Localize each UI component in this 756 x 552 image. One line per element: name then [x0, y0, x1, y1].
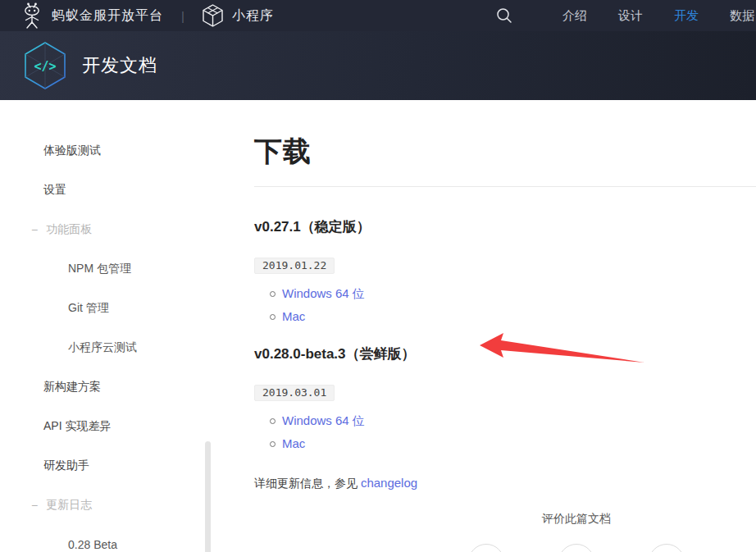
changelog-note: 详细更新信息，参见 changelog	[254, 475, 756, 491]
changelog-link[interactable]: changelog	[361, 476, 417, 490]
sidebar-item-npm[interactable]: NPM 包管理	[0, 249, 246, 289]
logo-divider: |	[181, 9, 184, 23]
brand-name[interactable]: 蚂蚁金服开放平台	[52, 7, 163, 25]
title-divider	[254, 186, 756, 187]
sidebar-group-feature-panel[interactable]: −功能面板	[0, 210, 246, 249]
collapse-minus-icon[interactable]: −	[31, 223, 38, 236]
feedback-title: 评价此篇文档	[254, 512, 756, 527]
rating-row	[254, 544, 756, 552]
top-navigation-bar: 蚂蚁金服开放平台 | 小程序 介绍 设计 开发	[0, 0, 756, 31]
nav-item-develop[interactable]: 开发	[674, 8, 699, 24]
list-item: Windows 64 位	[254, 285, 756, 302]
download-link-windows[interactable]: Windows 64 位	[282, 413, 365, 427]
sidebar-item-new-build[interactable]: 新构建方案	[0, 367, 246, 407]
main-content: 下载 v0.27.1（稳定版） 2019.01.22 Windows 64 位 …	[254, 100, 756, 552]
miniprogram-hexagon-icon[interactable]	[201, 3, 225, 28]
list-item: Mac	[254, 308, 756, 325]
nav-item-data[interactable]: 数据	[730, 8, 754, 24]
release-date-badge: 2019.03.01	[254, 385, 335, 401]
sidebar-scrollbar[interactable]	[205, 441, 211, 552]
ant-logo-icon[interactable]	[20, 1, 44, 30]
sidebar-item-cloud-test[interactable]: 小程序云测试	[0, 328, 246, 367]
version-heading-beta: v0.28.0-beta.3（尝鲜版）	[254, 344, 756, 363]
download-link-mac[interactable]: Mac	[282, 309, 305, 323]
list-item: Mac	[254, 436, 756, 452]
product-name[interactable]: 小程序	[232, 7, 274, 25]
download-link-mac[interactable]: Mac	[282, 436, 305, 450]
rating-bad-button[interactable]	[649, 544, 685, 552]
sidebar-item-settings[interactable]: 设置	[0, 171, 246, 210]
download-link-list: Windows 64 位 Mac	[254, 285, 756, 325]
list-item: Windows 64 位	[254, 413, 756, 429]
nav-item-design[interactable]: 设计	[618, 8, 643, 24]
svg-text:</>: </>	[34, 59, 56, 74]
release-date-badge: 2019.01.22	[254, 258, 335, 274]
rating-neutral-button[interactable]	[558, 544, 594, 552]
topbar-nav: 介绍 设计 开发 数据	[495, 7, 756, 25]
download-link-windows[interactable]: Windows 64 位	[282, 286, 365, 300]
topbar-brand-group: 蚂蚁金服开放平台 | 小程序	[20, 1, 274, 30]
doc-header-band: </> 开发文档	[0, 31, 756, 100]
download-link-list: Windows 64 位 Mac	[254, 413, 756, 452]
sidebar-item-git[interactable]: Git 管理	[0, 289, 246, 328]
dev-docs-hexcube-icon: </>	[22, 40, 68, 91]
version-heading-stable: v0.27.1（稳定版）	[254, 217, 756, 236]
nav-item-intro[interactable]: 介绍	[562, 8, 587, 24]
search-icon[interactable]	[495, 7, 513, 25]
collapse-minus-icon[interactable]: −	[31, 499, 38, 512]
rating-good-button[interactable]	[468, 544, 504, 552]
sidebar-item-trial-test[interactable]: 体验版测试	[0, 131, 246, 171]
sidebar-item-api-diff[interactable]: API 实现差异	[0, 407, 246, 446]
sidebar: 体验版测试 设置 −功能面板 NPM 包管理 Git 管理 小程序云测试 新构建…	[0, 100, 246, 552]
page-section-title: 开发文档	[82, 53, 157, 78]
page-title: 下载	[254, 133, 756, 171]
